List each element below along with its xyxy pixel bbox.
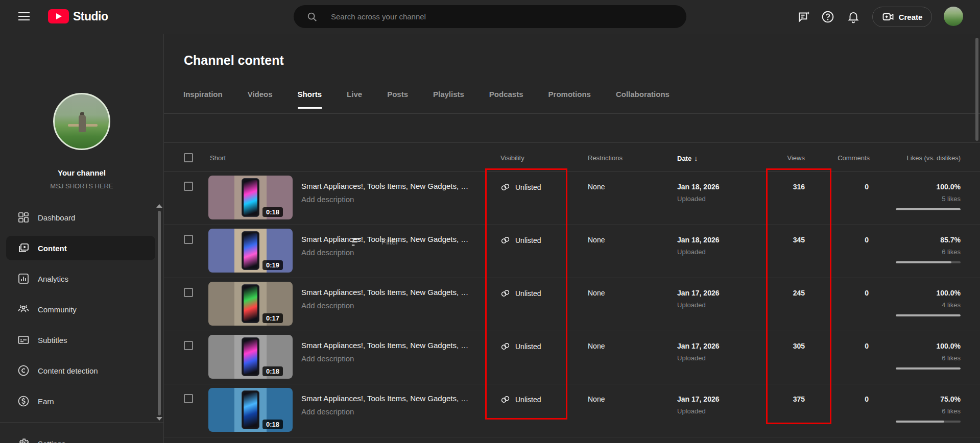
- likes-percentage: 100.0%: [886, 183, 961, 191]
- filter-bar[interactable]: Filter: [164, 114, 980, 142]
- likes-count: 6 likes: [886, 248, 961, 256]
- sidebar-item-content[interactable]: Content: [6, 236, 155, 260]
- analytics-icon: [17, 273, 30, 285]
- link-icon: [498, 180, 513, 194]
- like-ratio-bar: [896, 421, 961, 423]
- account-avatar[interactable]: [944, 7, 963, 26]
- tab-podcasts[interactable]: Podcasts: [489, 90, 523, 109]
- column-header-date[interactable]: Date↓: [677, 154, 698, 162]
- select-all-checkbox[interactable]: [184, 153, 193, 162]
- visibility-cell[interactable]: Unlisted: [500, 288, 541, 299]
- comments-cell: 0: [817, 342, 869, 350]
- duration-badge: 0:18: [262, 366, 283, 376]
- short-title[interactable]: Smart Appliances!, Tools Items, New Gadg…: [301, 341, 468, 350]
- row-divider: [164, 171, 980, 172]
- restrictions-cell: None: [588, 342, 605, 350]
- row-checkbox[interactable]: [184, 394, 193, 403]
- add-description-link[interactable]: Add description: [301, 248, 354, 257]
- youtube-logo-icon[interactable]: [48, 9, 69, 23]
- channel-avatar[interactable]: [53, 93, 110, 150]
- short-title[interactable]: Smart Appliances!, Tools Items, New Gadg…: [301, 235, 468, 243]
- top-bar: Studio Search across your channel: [0, 0, 980, 34]
- help-icon[interactable]: [821, 10, 834, 23]
- column-header-restrictions[interactable]: Restrictions: [588, 154, 623, 162]
- column-header-views[interactable]: Views: [751, 154, 805, 162]
- comments-cell: 0: [817, 183, 869, 191]
- row-checkbox[interactable]: [184, 235, 193, 244]
- sidebar-item-label: Subtitles: [38, 336, 67, 344]
- likes-count: 6 likes: [886, 354, 961, 362]
- views-cell: 375: [751, 395, 805, 403]
- date-sub-label: Uploaded: [677, 407, 706, 415]
- youtube-studio-app: Studio Search across your channel: [0, 0, 980, 443]
- content-icon: [17, 242, 30, 254]
- add-description-link[interactable]: Add description: [301, 407, 354, 416]
- row-checkbox[interactable]: [184, 288, 193, 297]
- sidebar-item-content-detection[interactable]: Content detection: [0, 358, 163, 383]
- short-title[interactable]: Smart Appliances!, Tools Items, New Gadg…: [301, 182, 468, 190]
- sidebar-item-label: Content detection: [38, 366, 98, 375]
- scroll-down-icon[interactable]: [156, 417, 162, 421]
- short-title[interactable]: Smart Appliances!, Tools Items, New Gadg…: [301, 288, 468, 297]
- comments-cell: 0: [817, 395, 869, 403]
- tab-playlists[interactable]: Playlists: [433, 90, 464, 109]
- tab-inspiration[interactable]: Inspiration: [183, 90, 223, 109]
- tab-videos[interactable]: Videos: [248, 90, 273, 109]
- sidebar-item-earn[interactable]: Earn: [0, 389, 163, 413]
- tab-collaborations[interactable]: Collaborations: [616, 90, 670, 109]
- row-checkbox[interactable]: [184, 182, 193, 191]
- duration-badge: 0:18: [262, 207, 283, 217]
- notifications-bell-icon[interactable]: [847, 10, 860, 23]
- search-input[interactable]: Search across your channel: [294, 5, 686, 28]
- row-divider: [164, 225, 980, 225]
- create-button-label: Create: [899, 13, 923, 21]
- studio-logo-text[interactable]: Studio: [73, 10, 108, 23]
- column-header-short[interactable]: Short: [210, 154, 226, 162]
- dashboard-icon: [17, 211, 30, 224]
- row-divider: [164, 384, 980, 384]
- visibility-cell[interactable]: Unlisted: [500, 394, 541, 405]
- date-cell: Jan 17, 2026: [677, 342, 720, 350]
- column-header-likes[interactable]: Likes (vs. dislikes): [886, 154, 961, 162]
- tab-posts[interactable]: Posts: [387, 90, 408, 109]
- add-description-link[interactable]: Add description: [301, 301, 354, 310]
- sidebar-scrollbar[interactable]: [158, 211, 161, 415]
- visibility-cell[interactable]: Unlisted: [500, 341, 541, 352]
- sidebar-item-label: Dashboard: [38, 213, 75, 222]
- tab-promotions[interactable]: Promotions: [548, 90, 591, 109]
- page-title: Channel content: [184, 53, 284, 68]
- sort-descending-icon: ↓: [694, 154, 698, 162]
- scroll-up-icon[interactable]: [156, 204, 162, 208]
- sidebar-item-label: Earn: [38, 397, 54, 406]
- add-description-link[interactable]: Add description: [301, 354, 354, 363]
- duration-badge: 0:19: [262, 260, 283, 270]
- date-sub-label: Uploaded: [677, 195, 706, 203]
- column-header-visibility[interactable]: Visibility: [500, 154, 524, 162]
- sidebar-item-dashboard[interactable]: Dashboard: [0, 205, 163, 230]
- copyright-icon: [17, 364, 30, 377]
- visibility-cell[interactable]: Unlisted: [500, 235, 541, 245]
- page-scrollbar[interactable]: [975, 38, 978, 141]
- visibility-cell[interactable]: Unlisted: [500, 182, 541, 192]
- likes-percentage: 100.0%: [886, 289, 961, 297]
- sidebar-item-label: Community: [38, 305, 77, 314]
- restrictions-cell: None: [588, 236, 605, 244]
- likes-percentage: 100.0%: [886, 342, 961, 350]
- sidebar-item-community[interactable]: Community: [0, 297, 163, 322]
- add-description-link[interactable]: Add description: [301, 195, 354, 204]
- tab-live[interactable]: Live: [347, 90, 362, 109]
- sidebar-item-subtitles[interactable]: Subtitles: [0, 328, 163, 352]
- views-cell: 305: [751, 342, 805, 350]
- sidebar-item-analytics[interactable]: Analytics: [0, 266, 163, 291]
- tab-shorts[interactable]: Shorts: [298, 90, 322, 109]
- column-header-comments[interactable]: Comments: [817, 154, 870, 162]
- send-feedback-icon[interactable]: [798, 10, 811, 23]
- create-button[interactable]: Create: [872, 7, 932, 27]
- your-channel-label: Your channel: [0, 168, 163, 177]
- row-divider: [164, 331, 980, 331]
- sidebar-item-settings[interactable]: Settings: [0, 431, 163, 443]
- row-checkbox[interactable]: [184, 341, 193, 350]
- hamburger-menu-icon[interactable]: [18, 12, 30, 21]
- date-sub-label: Uploaded: [677, 354, 706, 362]
- short-title[interactable]: Smart Appliances!, Tools Items, New Gadg…: [301, 394, 468, 403]
